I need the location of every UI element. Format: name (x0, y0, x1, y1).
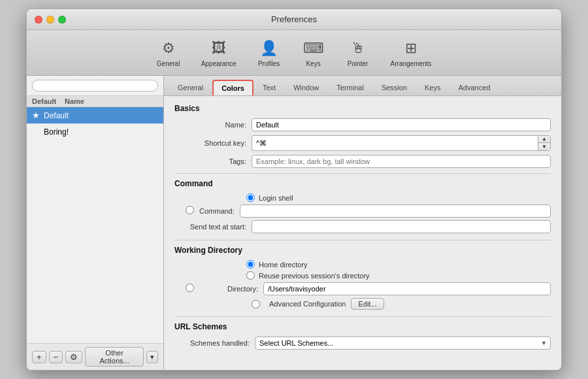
profile-default-name: Default (44, 111, 69, 120)
url-schemes-row: Schemes handled: Select URL Schemes... h… (174, 337, 551, 350)
url-schemes-section: URL Schemes Schemes handled: Select URL … (174, 322, 551, 350)
tabs-bar: General Colors Text Window Terminal Sess… (164, 76, 561, 96)
name-label: Name: (174, 121, 246, 129)
profile-item-boring[interactable]: ★ Boring! (27, 124, 163, 140)
search-wrap (32, 80, 158, 91)
window-title: Preferences (271, 14, 317, 24)
command-radio[interactable] (186, 206, 194, 214)
command-section-title: Command (174, 179, 551, 188)
url-section-title: URL Schemes (174, 322, 551, 331)
other-actions-button[interactable]: Other Actions... (85, 347, 144, 367)
profiles-sidebar: Default Name ★ Default ★ Boring! + − ⚙ O… (27, 76, 164, 370)
separator-2 (174, 240, 551, 240)
login-shell-radio[interactable] (246, 193, 255, 202)
sidebar-bottom: + − ⚙ Other Actions... ▾ (27, 343, 163, 370)
advanced-config-radio[interactable] (252, 300, 260, 308)
command-input[interactable] (240, 205, 551, 218)
tab-keys[interactable]: Keys (416, 80, 449, 95)
login-shell-row: Login shell (174, 193, 551, 202)
advanced-config-label: Advanced Configuration (269, 300, 346, 308)
arrangements-icon: ⊞ (400, 38, 421, 59)
toolbar-pointer-label: Pointer (348, 60, 368, 67)
toolbar-keys[interactable]: ⌨ Keys (294, 35, 333, 70)
reuse-session-label: Reuse previous session's directory (259, 272, 370, 280)
tab-session[interactable]: Session (373, 80, 416, 95)
remove-profile-button[interactable]: − (49, 351, 63, 363)
command-radio-label: Command: (199, 207, 235, 215)
toolbar-pointer[interactable]: 🖱 Pointer (338, 35, 378, 70)
directory-input[interactable] (263, 282, 551, 295)
titlebar: Preferences (27, 9, 561, 30)
home-directory-row: Home directory (174, 260, 551, 269)
separator-1 (174, 173, 551, 174)
header-default: Default (32, 97, 65, 105)
working-directory-section: Working Directory Home directory Reuse p… (174, 246, 551, 310)
shortcut-label: Shortcut key: (174, 139, 246, 147)
fullscreen-button[interactable] (58, 16, 66, 24)
edit-button[interactable]: Edit... (351, 298, 384, 310)
toolbar-arrangements-label: Arrangements (391, 60, 432, 67)
tags-row: Tags: (174, 155, 551, 168)
tab-colors[interactable]: Colors (212, 80, 253, 95)
wd-section-title: Working Directory (174, 246, 551, 255)
command-row: Command: (174, 205, 551, 218)
panel-content: Basics Name: Shortcut key: ▲ ▼ (164, 96, 561, 370)
toolbar-appearance[interactable]: 🖼 Appearance (193, 35, 244, 70)
basics-section-title: Basics (174, 104, 551, 113)
shortcut-spinner: ▲ ▼ (538, 135, 551, 151)
spin-down-button[interactable]: ▼ (538, 143, 550, 150)
toolbar-profiles[interactable]: 👤 Profiles (250, 35, 289, 70)
star-icon: ★ (32, 110, 40, 120)
profile-boring-name: Boring! (44, 127, 69, 137)
general-icon: ⚙ (158, 38, 179, 59)
name-row: Name: (174, 118, 551, 131)
toolbar-arrangements[interactable]: ⊞ Arrangements (383, 35, 440, 70)
traffic-lights (35, 16, 66, 24)
search-bar (27, 76, 163, 96)
profile-list: ★ Default ★ Boring! (27, 107, 163, 343)
toolbar-general-label: General (157, 60, 180, 67)
directory-radio[interactable] (186, 284, 194, 292)
tab-general[interactable]: General (169, 80, 212, 95)
reuse-session-radio[interactable] (246, 271, 255, 280)
toolbar-appearance-label: Appearance (201, 60, 237, 67)
directory-label: Directory: (199, 285, 258, 293)
toolbar-general[interactable]: ⚙ General (149, 35, 188, 70)
shortcut-input[interactable] (252, 135, 538, 151)
tags-input[interactable] (252, 155, 551, 168)
tab-advanced[interactable]: Advanced (449, 80, 498, 95)
shortcut-input-wrap: ▲ ▼ (252, 135, 551, 151)
tab-window[interactable]: Window (285, 80, 327, 95)
minimize-button[interactable] (46, 16, 54, 24)
close-button[interactable] (35, 16, 42, 24)
home-directory-label: Home directory (259, 261, 308, 269)
actions-icon-button[interactable]: ⚙ (65, 351, 82, 363)
shortcut-row: Shortcut key: ▲ ▼ (174, 135, 551, 151)
name-input[interactable] (252, 118, 551, 131)
toolbar-keys-label: Keys (306, 60, 320, 67)
send-text-input[interactable] (252, 220, 551, 233)
directory-row: Directory: (174, 282, 551, 295)
tab-terminal[interactable]: Terminal (328, 80, 372, 95)
toolbar: ⚙ General 🖼 Appearance 👤 Profiles ⌨ Keys… (27, 30, 561, 76)
add-profile-button[interactable]: + (32, 351, 46, 363)
send-text-label: Send text at start: (174, 223, 246, 231)
tags-label: Tags: (174, 157, 246, 165)
profile-list-header: Default Name (27, 96, 163, 107)
search-input[interactable] (32, 80, 158, 91)
separator-3 (174, 316, 551, 317)
pointer-icon: 🖱 (348, 38, 368, 59)
appearance-icon: 🖼 (208, 38, 229, 59)
profile-item-default[interactable]: ★ Default (27, 107, 163, 124)
spin-up-button[interactable]: ▲ (538, 136, 550, 143)
content-area: Default Name ★ Default ★ Boring! + − ⚙ O… (27, 76, 561, 370)
reuse-session-row: Reuse previous session's directory (174, 271, 551, 280)
other-actions-arrow[interactable]: ▾ (146, 351, 158, 363)
tab-text[interactable]: Text (254, 80, 284, 95)
command-section: Command Login shell Command: (174, 179, 551, 233)
send-text-row: Send text at start: (174, 220, 551, 233)
preferences-window: Preferences ⚙ General 🖼 Appearance 👤 Pro… (26, 8, 562, 371)
main-panel: General Colors Text Window Terminal Sess… (164, 76, 561, 370)
home-directory-radio[interactable] (246, 260, 255, 269)
url-schemes-select[interactable]: Select URL Schemes... http https ftp ssh (255, 337, 551, 350)
